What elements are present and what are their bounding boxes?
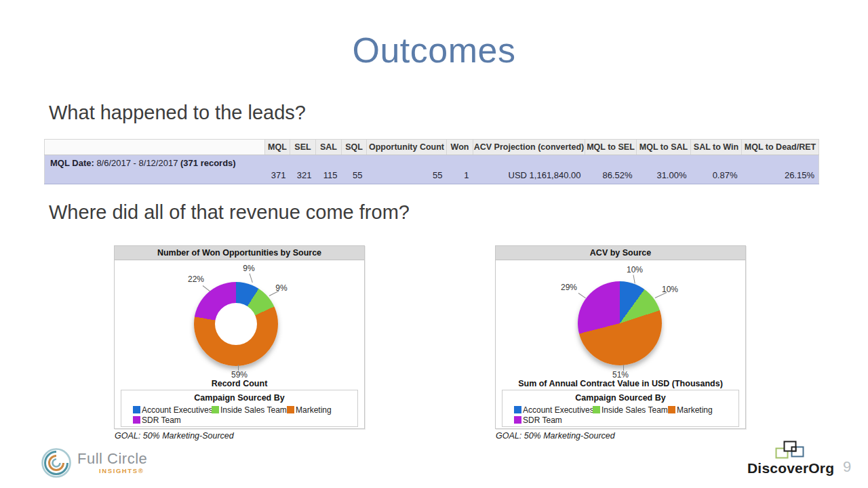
slice-label-inside-sales: 10%	[656, 285, 684, 294]
table-value-won: 1	[447, 169, 473, 184]
slice-label-marketing: 59%	[115, 370, 364, 380]
table-value-empty	[45, 169, 265, 184]
chart-panel-acv: ACV by Source 10% 10% 29% 51% Sum of Ann…	[495, 245, 746, 429]
table-header-cell	[45, 140, 265, 155]
table-header-cell: ACV Projection (converted)	[473, 140, 585, 155]
table-values-row: 371 321 115 55 55 1 USD 1,161,840.00 86.…	[45, 169, 819, 184]
legend-label: Marketing	[296, 405, 332, 415]
legend-title: Campaign Sourced By	[121, 393, 357, 403]
donut-hole	[215, 303, 257, 345]
legend-title: Campaign Sourced By	[502, 393, 738, 403]
fullcircle-swirl-icon	[41, 447, 72, 479]
table-value-sal: 115	[316, 169, 342, 184]
slice-label-inside-sales: 9%	[268, 283, 295, 293]
legend-label: Account Executives	[523, 405, 594, 415]
slice-label-account-executives: 9%	[235, 264, 262, 273]
legend-swatch-icon	[668, 406, 675, 413]
legend-label: Account Executives	[142, 405, 213, 415]
legend-item: Account Executives	[133, 405, 213, 415]
row-label-prefix: MQL Date:	[50, 158, 94, 168]
legend-item: SDR Team	[514, 415, 562, 425]
fullcircle-name: Full Circle	[77, 450, 147, 468]
table-value-mql: 371	[265, 169, 290, 184]
legend-swatch-icon	[133, 406, 140, 413]
fullcircle-logo: Full Circle INSIGHTS®	[41, 446, 176, 480]
chart-legend: Campaign Sourced By Account Executives I…	[121, 390, 358, 427]
row-label-records: (371 records)	[180, 158, 236, 168]
legend-label: Marketing	[677, 405, 713, 415]
table-header-cell: Opportunity Count	[367, 140, 447, 155]
table-header-cell: MQL to SEL	[585, 140, 637, 155]
discoverorg-squares-icon	[775, 441, 810, 462]
table-row-label: MQL Date: 8/6/2017 - 8/12/2017 (371 reco…	[45, 155, 819, 169]
goal-note: GOAL: 50% Marketing-Sourced	[496, 431, 615, 441]
chart-legend: Campaign Sourced By Account Executives I…	[502, 390, 739, 427]
legend-label: SDR Team	[523, 415, 562, 425]
legend-swatch-icon	[514, 416, 521, 424]
slice-label-sdr-team: 29%	[555, 283, 583, 292]
table-header-row: MQL SEL SAL SQL Opportunity Count Won AC…	[45, 140, 819, 155]
row-label-range: 8/6/2017 - 8/12/2017	[96, 158, 178, 168]
legend-swatch-icon	[514, 406, 521, 413]
table-value-sql: 55	[342, 169, 367, 184]
presentation-slide: Outcomes What happened to the leads? MQL…	[0, 0, 868, 488]
table-header-cell: Won	[447, 140, 473, 155]
chart-panel-won-opportunities: Number of Won Opportunities by Source 9%…	[114, 245, 365, 429]
discoverorg-name: DiscoverOrg	[747, 460, 834, 476]
legend-item: SDR Team	[133, 415, 181, 425]
legend-item: Inside Sales Team	[593, 405, 668, 415]
leader-line	[250, 273, 253, 283]
legend-label: Inside Sales Team	[220, 405, 287, 415]
legend-swatch-icon	[133, 416, 140, 424]
table-header-cell: MQL	[265, 140, 290, 155]
legend-item: Inside Sales Team	[212, 405, 287, 415]
value-axis-label: Sum of Annual Contract Value in USD (Tho…	[496, 379, 745, 388]
donut-chart-won-opportunities	[194, 282, 278, 366]
question-leads: What happened to the leads?	[49, 102, 306, 124]
table-header-cell: SQL	[342, 140, 367, 155]
legend-item: Marketing	[287, 405, 332, 415]
legend-label: SDR Team	[142, 415, 181, 425]
table-value-opp-count: 55	[367, 169, 447, 184]
pie-chart-acv	[578, 281, 662, 365]
legend-swatch-icon	[287, 406, 294, 413]
table-value-mql-to-sel: 86.52%	[585, 169, 637, 184]
slide-title: Outcomes	[0, 30, 868, 70]
legend-swatch-icon	[593, 406, 600, 413]
leader-line	[578, 293, 586, 298]
leader-line	[633, 274, 635, 283]
table-value-mql-to-sal: 31.00%	[637, 169, 691, 184]
table-value-sel: 321	[290, 169, 316, 184]
value-axis-label: Record Count	[115, 379, 364, 388]
legend-label: Inside Sales Team	[601, 405, 668, 415]
table-header-cell: SEL	[290, 140, 316, 155]
table-header-cell: MQL to Dead/RET	[742, 140, 819, 155]
chart-title: ACV by Source	[496, 246, 745, 260]
slice-label-sdr-team: 22%	[182, 274, 210, 284]
leader-line	[203, 285, 211, 291]
legend-item: Marketing	[668, 405, 713, 415]
table-value-acv: USD 1,161,840.00	[473, 169, 585, 184]
fullcircle-insights-label: INSIGHTS®	[99, 467, 144, 474]
slice-label-marketing: 51%	[496, 370, 745, 380]
table-value-mql-to-dead: 26.15%	[742, 169, 819, 184]
lead-funnel-table: MQL SEL SAL SQL Opportunity Count Won AC…	[44, 139, 819, 184]
legend-item: Account Executives	[514, 405, 594, 415]
page-number: 9	[843, 458, 851, 476]
table-header-cell: MQL to SAL	[637, 140, 691, 155]
table-header-cell: SAL to Win	[691, 140, 742, 155]
discoverorg-logo: DiscoverOrg	[746, 441, 841, 478]
table-value-sal-to-win: 0.87%	[691, 169, 742, 184]
legend-swatch-icon	[212, 406, 219, 413]
chart-title: Number of Won Opportunities by Source	[115, 246, 364, 260]
question-revenue: Where did all of that revenue come from?	[49, 201, 410, 224]
slice-label-account-executives: 10%	[621, 265, 648, 274]
goal-note: GOAL: 50% Marketing-Sourced	[115, 431, 234, 441]
table-header-cell: SAL	[316, 140, 342, 155]
